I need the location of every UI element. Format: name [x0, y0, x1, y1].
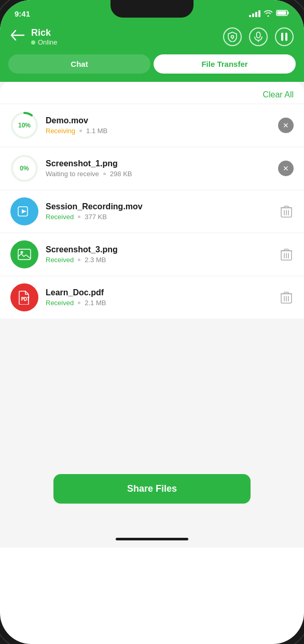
file-item-screenshot-3: Screenshot_3.png Received 2.3 MB	[0, 233, 304, 276]
file-status: Waiting to receive	[46, 170, 99, 178]
file-meta: Received 2.1 MB	[46, 299, 274, 307]
file-status: Received	[46, 213, 74, 221]
progress-circle-demo: 10%	[10, 111, 38, 139]
svg-rect-2	[278, 11, 286, 15]
home-indicator-container	[0, 529, 304, 548]
file-icon-video	[10, 197, 38, 225]
file-action: ✕	[278, 161, 294, 176]
header-right	[223, 27, 294, 46]
file-size: 2.3 MB	[85, 256, 106, 264]
file-size: 377 KB	[85, 213, 107, 221]
file-status: Received	[46, 256, 74, 264]
meta-dot	[79, 130, 82, 132]
cancel-button[interactable]: ✕	[278, 118, 294, 133]
file-info-session: Session_Recording.mov Received 377 KB	[46, 202, 274, 221]
delete-button[interactable]	[279, 204, 294, 219]
signal-icon	[249, 10, 260, 17]
file-meta: Waiting to receive 298 KB	[46, 170, 273, 178]
phone-frame: 9:41	[0, 0, 304, 644]
file-icon-pdf	[10, 283, 38, 311]
clear-all-row: Clear All	[0, 82, 304, 104]
file-status: Received	[46, 299, 74, 307]
svg-rect-18	[18, 249, 31, 260]
file-size: 1.1 MB	[86, 127, 107, 135]
progress-circle-screenshot1: 0%	[10, 154, 38, 182]
delete-button[interactable]	[279, 290, 294, 305]
notch	[110, 0, 194, 18]
file-name: Learn_Doc.pdf	[46, 288, 274, 297]
progress-label-screenshot1: 0%	[20, 165, 29, 172]
file-name: Demo.mov	[46, 116, 273, 125]
battery-icon	[276, 9, 289, 18]
header-left: Rick Online	[10, 27, 58, 46]
svg-point-19	[21, 251, 23, 254]
file-item-learn-doc: Learn_Doc.pdf Received 2.1 MB	[0, 276, 304, 319]
tab-chat[interactable]: Chat	[8, 54, 150, 74]
main-content: Clear All 10% Demo.mov Receiving 1.	[0, 82, 304, 548]
meta-dot	[103, 173, 106, 175]
header: Rick Online	[0, 22, 304, 54]
shield-button[interactable]	[223, 27, 242, 46]
file-meta: Received 377 KB	[46, 213, 274, 221]
file-name: Screenshot_3.png	[46, 245, 274, 254]
svg-rect-5	[257, 32, 260, 38]
file-meta: Received 2.3 MB	[46, 256, 274, 264]
svg-rect-7	[281, 33, 283, 41]
file-name: Screenshot_1.png	[46, 159, 273, 168]
svg-marker-13	[22, 209, 26, 213]
tab-bar: Chat File Transfer	[0, 54, 304, 82]
empty-space	[0, 319, 304, 464]
file-action: ✕	[278, 118, 294, 133]
wifi-icon	[264, 9, 273, 18]
file-status: Receiving	[46, 127, 75, 135]
home-indicator	[116, 538, 188, 540]
pause-button[interactable]	[275, 27, 294, 46]
file-item-session-recording: Session_Recording.mov Received 377 KB	[0, 190, 304, 233]
user-info: Rick Online	[31, 27, 58, 46]
file-size: 298 KB	[110, 170, 132, 178]
file-item-screenshot-1: 0% Screenshot_1.png Waiting to receive 2…	[0, 147, 304, 190]
meta-dot	[78, 216, 80, 218]
meta-dot	[78, 302, 80, 304]
delete-button[interactable]	[279, 247, 294, 262]
user-status: Online	[31, 38, 58, 46]
file-meta: Receiving 1.1 MB	[46, 127, 273, 135]
cancel-button[interactable]: ✕	[278, 161, 294, 176]
online-indicator	[31, 40, 35, 45]
file-icon-image	[10, 240, 38, 268]
mic-button[interactable]	[249, 27, 268, 46]
share-files-button[interactable]: Share Files	[53, 474, 251, 504]
file-info-screenshot3: Screenshot_3.png Received 2.3 MB	[46, 245, 274, 264]
bottom-section: Share Files	[0, 464, 304, 529]
time-display: 9:41	[15, 9, 30, 18]
svg-rect-8	[285, 33, 287, 41]
file-info-demo: Demo.mov Receiving 1.1 MB	[46, 116, 273, 135]
file-name: Session_Recording.mov	[46, 202, 274, 211]
progress-label-demo: 10%	[18, 122, 31, 129]
file-action	[279, 204, 294, 219]
file-info-screenshot1: Screenshot_1.png Waiting to receive 298 …	[46, 159, 273, 178]
file-list-container: Clear All 10% Demo.mov Receiving 1.	[0, 82, 304, 319]
file-info-learndoc: Learn_Doc.pdf Received 2.1 MB	[46, 288, 274, 307]
file-action	[279, 290, 294, 305]
clear-all-button[interactable]: Clear All	[262, 90, 294, 99]
file-size: 2.1 MB	[85, 299, 106, 307]
file-action	[279, 247, 294, 262]
tab-file-transfer[interactable]: File Transfer	[154, 54, 296, 74]
user-name: Rick	[31, 27, 58, 38]
status-icons	[249, 9, 289, 18]
svg-rect-1	[287, 12, 289, 15]
back-button[interactable]	[10, 30, 25, 44]
meta-dot	[78, 259, 80, 261]
file-item-demo-mov: 10% Demo.mov Receiving 1.1 MB ✕	[0, 104, 304, 147]
